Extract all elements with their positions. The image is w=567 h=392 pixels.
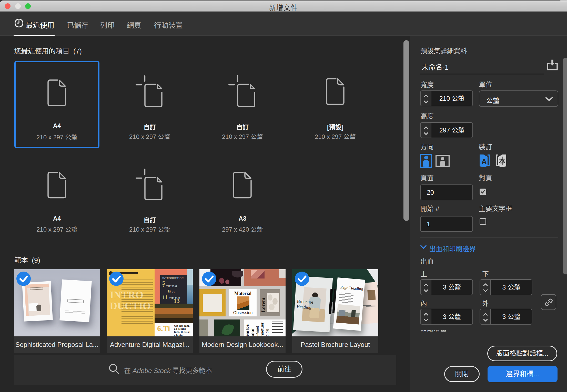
svg-text:A: A xyxy=(481,157,487,166)
